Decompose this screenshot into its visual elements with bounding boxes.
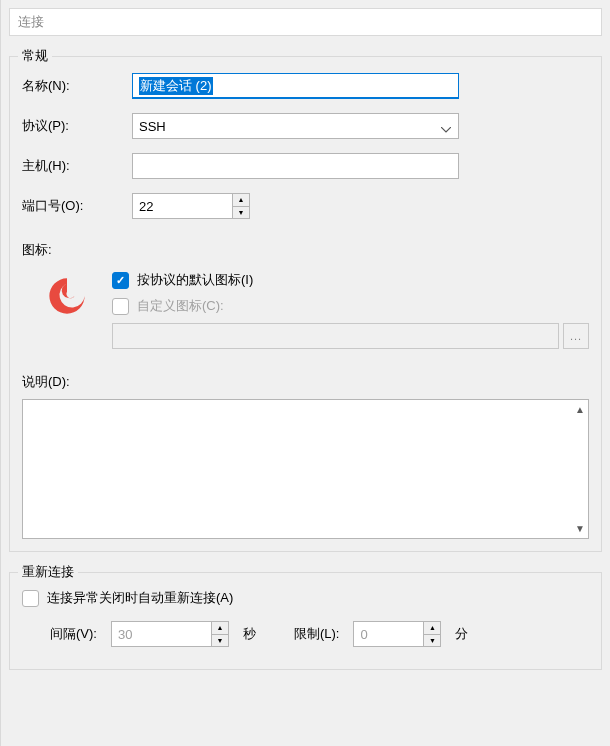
scroll-down-icon[interactable]: ▼ xyxy=(575,523,585,534)
icon-label: 图标: xyxy=(22,241,589,259)
custom-icon-checkbox[interactable] xyxy=(112,298,129,315)
auto-reconnect-checkbox[interactable] xyxy=(22,590,39,607)
general-group: 常规 名称(N): 新建会话 (2) 协议(P): SSH 主机(H): xyxy=(9,56,602,552)
name-input-selection: 新建会话 (2) xyxy=(139,77,213,95)
description-section: 说明(D): ▲ ▼ xyxy=(22,373,589,539)
swirl-icon xyxy=(46,275,88,317)
port-label: 端口号(O): xyxy=(22,197,132,215)
icon-section: 图标: ✓ 按协议的默认图标(I) 自定 xyxy=(22,241,589,349)
interval-spinner[interactable]: ▲ ▼ xyxy=(111,621,229,647)
interval-step-down[interactable]: ▼ xyxy=(212,634,228,647)
limit-input[interactable] xyxy=(353,621,423,647)
description-label: 说明(D): xyxy=(22,373,589,391)
interval-step-up[interactable]: ▲ xyxy=(212,622,228,634)
settings-panel: 连接 常规 名称(N): 新建会话 (2) 协议(P): SSH 主机(H): xyxy=(0,0,610,746)
protocol-label: 协议(P): xyxy=(22,117,132,135)
custom-icon-label: 自定义图标(C): xyxy=(137,297,224,315)
tab-connection[interactable]: 连接 xyxy=(18,13,44,31)
custom-icon-browse[interactable]: ... xyxy=(563,323,589,349)
default-icon-checkbox[interactable]: ✓ xyxy=(112,272,129,289)
port-step-down[interactable]: ▼ xyxy=(233,206,249,219)
custom-icon-path xyxy=(112,323,559,349)
interval-unit: 秒 xyxy=(243,625,256,643)
name-label: 名称(N): xyxy=(22,77,132,95)
limit-spinner[interactable]: ▲ ▼ xyxy=(353,621,441,647)
port-spinner[interactable]: ▲ ▼ xyxy=(132,193,250,219)
name-input[interactable]: 新建会话 (2) xyxy=(132,73,459,99)
limit-step-up[interactable]: ▲ xyxy=(424,622,440,634)
port-step-up[interactable]: ▲ xyxy=(233,194,249,206)
tab-bar: 连接 xyxy=(9,8,602,36)
reconnect-legend: 重新连接 xyxy=(18,563,78,581)
host-label: 主机(H): xyxy=(22,157,132,175)
auto-reconnect-label: 连接异常关闭时自动重新连接(A) xyxy=(47,589,233,607)
interval-input[interactable] xyxy=(111,621,211,647)
check-icon: ✓ xyxy=(116,274,125,287)
general-legend: 常规 xyxy=(18,47,52,65)
default-icon-label: 按协议的默认图标(I) xyxy=(137,271,253,289)
host-input[interactable] xyxy=(132,153,459,179)
interval-label: 间隔(V): xyxy=(50,625,97,643)
scroll-up-icon[interactable]: ▲ xyxy=(575,404,585,415)
limit-label: 限制(L): xyxy=(294,625,340,643)
protocol-select[interactable]: SSH xyxy=(132,113,459,139)
description-textarea[interactable]: ▲ ▼ xyxy=(22,399,589,539)
reconnect-group: 重新连接 连接异常关闭时自动重新连接(A) 间隔(V): ▲ ▼ 秒 限制(L)… xyxy=(9,572,602,670)
port-input[interactable] xyxy=(132,193,232,219)
limit-unit: 分 xyxy=(455,625,468,643)
limit-step-down[interactable]: ▼ xyxy=(424,634,440,647)
